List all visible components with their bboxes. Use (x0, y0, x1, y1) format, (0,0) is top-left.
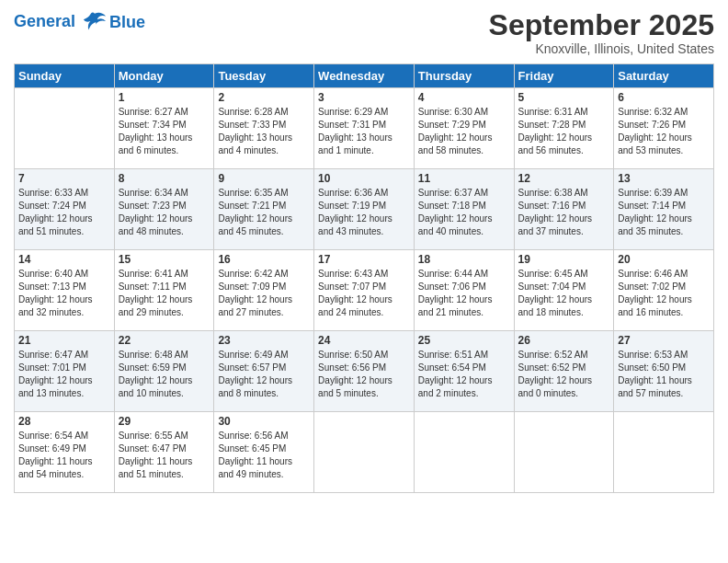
day-number: 8 (119, 172, 210, 185)
logo-text: General (14, 9, 108, 35)
day-info: and 21 minutes. (418, 306, 510, 319)
calendar-cell: 25Sunrise: 6:51 AMSunset: 6:54 PMDayligh… (414, 331, 514, 412)
day-info: Sunset: 7:02 PM (618, 281, 710, 293)
day-info: Sunset: 7:13 PM (18, 281, 110, 293)
day-info: Sunrise: 6:50 AM (318, 349, 410, 362)
calendar-week-row: 21Sunrise: 6:47 AMSunset: 7:01 PMDayligh… (15, 331, 714, 412)
column-header-tuesday: Tuesday (214, 64, 314, 88)
day-number: 30 (218, 415, 310, 428)
day-info: Sunrise: 6:54 AM (18, 430, 110, 442)
day-info: Daylight: 11 hours (119, 455, 210, 468)
day-info: Sunrise: 6:39 AM (618, 187, 710, 200)
month-title: September 2025 (489, 9, 714, 41)
day-info: Sunrise: 6:33 AM (18, 187, 110, 200)
calendar-cell: 27Sunrise: 6:53 AMSunset: 6:50 PMDayligh… (614, 331, 714, 412)
day-info: Sunrise: 6:38 AM (518, 187, 610, 200)
day-info: and 51 minutes. (119, 468, 210, 481)
column-header-saturday: Saturday (614, 64, 714, 88)
day-number: 14 (18, 253, 110, 266)
day-number: 27 (618, 334, 710, 347)
day-info: Sunrise: 6:47 AM (18, 349, 110, 362)
day-info: Daylight: 12 hours (18, 293, 110, 306)
calendar-cell: 20Sunrise: 6:46 AMSunset: 7:02 PMDayligh… (614, 250, 714, 331)
day-info: Sunrise: 6:44 AM (418, 268, 510, 281)
day-number: 7 (18, 172, 110, 185)
day-info: Daylight: 12 hours (618, 132, 710, 144)
day-info: Sunset: 7:11 PM (119, 281, 210, 293)
day-info: Daylight: 12 hours (618, 213, 710, 225)
day-info: Sunset: 7:06 PM (418, 281, 510, 293)
day-info: Daylight: 12 hours (418, 374, 510, 387)
day-info: Daylight: 12 hours (119, 293, 210, 306)
day-info: Sunrise: 6:35 AM (218, 187, 310, 200)
calendar-cell: 30Sunrise: 6:56 AMSunset: 6:45 PMDayligh… (214, 412, 314, 493)
calendar-cell: 26Sunrise: 6:52 AMSunset: 6:52 PMDayligh… (514, 331, 614, 412)
day-info: Daylight: 12 hours (418, 213, 510, 225)
day-number: 3 (318, 91, 410, 104)
day-info: Sunrise: 6:53 AM (618, 349, 710, 362)
calendar-cell: 4Sunrise: 6:30 AMSunset: 7:29 PMDaylight… (414, 88, 514, 169)
day-info: and 45 minutes. (218, 225, 310, 238)
day-number: 4 (418, 91, 510, 104)
day-info: Sunset: 7:34 PM (119, 119, 210, 132)
day-number: 10 (318, 172, 410, 185)
logo-bird-icon (82, 9, 108, 35)
day-info: Sunset: 6:57 PM (218, 362, 310, 374)
calendar-cell: 22Sunrise: 6:48 AMSunset: 6:59 PMDayligh… (114, 331, 214, 412)
day-number: 24 (318, 334, 410, 347)
page-header: General Blue September 2025 Knoxville, I… (14, 9, 714, 56)
day-number: 1 (119, 91, 210, 104)
day-info: Sunrise: 6:48 AM (119, 349, 210, 362)
location: Knoxville, Illinois, United States (489, 41, 714, 56)
day-info: Daylight: 13 hours (218, 132, 310, 144)
day-info: and 35 minutes. (618, 225, 710, 238)
day-info: Daylight: 12 hours (418, 132, 510, 144)
day-info: Daylight: 13 hours (119, 132, 210, 144)
day-info: and 4 minutes. (218, 144, 310, 157)
calendar-cell: 1Sunrise: 6:27 AMSunset: 7:34 PMDaylight… (114, 88, 214, 169)
day-info: Sunset: 7:07 PM (318, 281, 410, 293)
day-info: and 43 minutes. (318, 225, 410, 238)
day-number: 12 (518, 172, 610, 185)
day-info: and 24 minutes. (318, 306, 410, 319)
calendar-table: SundayMondayTuesdayWednesdayThursdayFrid… (14, 63, 714, 493)
calendar-cell: 5Sunrise: 6:31 AMSunset: 7:28 PMDaylight… (514, 88, 614, 169)
day-info: and 2 minutes. (418, 387, 510, 400)
day-info: and 51 minutes. (18, 225, 110, 238)
day-info: Sunset: 6:54 PM (418, 362, 510, 374)
day-info: Sunrise: 6:45 AM (518, 268, 610, 281)
calendar-cell: 10Sunrise: 6:36 AMSunset: 7:19 PMDayligh… (314, 169, 415, 250)
day-info: Sunrise: 6:42 AM (218, 268, 310, 281)
calendar-cell: 15Sunrise: 6:41 AMSunset: 7:11 PMDayligh… (114, 250, 214, 331)
day-info: Sunset: 7:23 PM (119, 200, 210, 213)
day-info: Sunset: 7:31 PM (318, 119, 410, 132)
calendar-cell: 3Sunrise: 6:29 AMSunset: 7:31 PMDaylight… (314, 88, 415, 169)
day-info: Sunset: 7:24 PM (18, 200, 110, 213)
calendar-cell: 28Sunrise: 6:54 AMSunset: 6:49 PMDayligh… (15, 412, 115, 493)
calendar-cell: 29Sunrise: 6:55 AMSunset: 6:47 PMDayligh… (114, 412, 214, 493)
day-info: Daylight: 12 hours (18, 374, 110, 387)
day-info: and 40 minutes. (418, 225, 510, 238)
day-info: Sunrise: 6:28 AM (218, 106, 310, 119)
day-info: Sunrise: 6:34 AM (119, 187, 210, 200)
day-info: Sunset: 7:33 PM (218, 119, 310, 132)
day-info: Sunrise: 6:32 AM (618, 106, 710, 119)
day-info: Daylight: 12 hours (318, 293, 410, 306)
day-info: and 49 minutes. (218, 468, 310, 481)
day-number: 15 (119, 253, 210, 266)
day-info: Daylight: 12 hours (518, 293, 610, 306)
day-number: 19 (518, 253, 610, 266)
day-info: Daylight: 12 hours (518, 374, 610, 387)
day-info: and 8 minutes. (218, 387, 310, 400)
day-info: Daylight: 12 hours (518, 213, 610, 225)
day-info: Daylight: 12 hours (618, 293, 710, 306)
day-number: 5 (518, 91, 610, 104)
day-info: Daylight: 11 hours (18, 455, 110, 468)
day-info: and 48 minutes. (119, 225, 210, 238)
title-block: September 2025 Knoxville, Illinois, Unit… (489, 9, 714, 56)
day-info: Sunset: 6:45 PM (218, 442, 310, 455)
day-info: Sunrise: 6:37 AM (418, 187, 510, 200)
calendar-cell: 14Sunrise: 6:40 AMSunset: 7:13 PMDayligh… (15, 250, 115, 331)
day-info: Sunrise: 6:29 AM (318, 106, 410, 119)
calendar-cell (514, 412, 614, 493)
